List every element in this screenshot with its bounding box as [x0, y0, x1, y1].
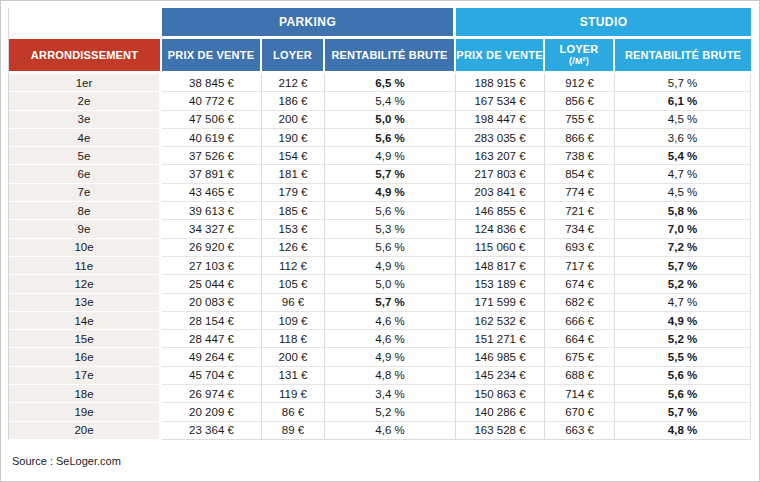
studio-prix-cell: 140 286 €	[456, 403, 545, 421]
studio-prix-cell: 167 534 €	[456, 92, 545, 110]
arrondissement-cell: 12e	[9, 275, 162, 293]
parking-loyer-cell: 185 €	[262, 202, 325, 220]
studio-loyer-cell: 663 €	[545, 422, 615, 440]
source-caption: Source : SeLoger.com	[12, 455, 121, 467]
parking-loyer-cell: 105 €	[262, 275, 325, 293]
arrondissement-cell: 7e	[9, 184, 162, 202]
table-row: 5e 37 526 € 154 € 4,9 % 163 207 € 738 € …	[9, 147, 751, 165]
arrondissement-cell: 15e	[9, 330, 162, 348]
studio-loyer-unit: (/M²)	[569, 56, 589, 66]
studio-loyer-cell: 734 €	[545, 220, 615, 238]
studio-loyer-cell: 664 €	[545, 330, 615, 348]
studio-group-header: STUDIO	[456, 8, 751, 39]
studio-rentabilite-cell: 5,8 %	[615, 202, 751, 220]
parking-prix-cell: 23 364 €	[162, 422, 262, 440]
arrondissement-cell: 6e	[9, 165, 162, 183]
parking-loyer-cell: 212 €	[262, 74, 325, 92]
studio-rentabilite-cell: 4,7 %	[615, 294, 751, 312]
parking-loyer-cell: 181 €	[262, 165, 325, 183]
studio-loyer-cell: 714 €	[545, 385, 615, 403]
studio-prix-cell: 162 532 €	[456, 312, 545, 330]
studio-loyer-cell: 688 €	[545, 367, 615, 385]
studio-loyer-cell: 682 €	[545, 294, 615, 312]
studio-rentabilite-cell: 5,2 %	[615, 275, 751, 293]
studio-prix-cell: 148 817 €	[456, 257, 545, 275]
arrondissement-header: ARRONDISSEMENT	[9, 39, 162, 74]
studio-prix-cell: 171 599 €	[456, 294, 545, 312]
studio-prix-cell: 124 836 €	[456, 220, 545, 238]
parking-prix-cell: 37 526 €	[162, 147, 262, 165]
studio-prix-cell: 146 855 €	[456, 202, 545, 220]
parking-prix-cell: 37 891 €	[162, 165, 262, 183]
parking-loyer-cell: 154 €	[262, 147, 325, 165]
arrondissement-cell: 2e	[9, 92, 162, 110]
arrondissement-cell: 11e	[9, 257, 162, 275]
arrondissement-cell: 4e	[9, 129, 162, 147]
parking-prix-cell: 49 264 €	[162, 348, 262, 366]
studio-prix-cell: 151 271 €	[456, 330, 545, 348]
table-row: 9e 34 327 € 153 € 5,3 % 124 836 € 734 € …	[9, 220, 751, 238]
parking-loyer-header: LOYER	[262, 39, 325, 74]
parking-prix-cell: 43 465 €	[162, 184, 262, 202]
parking-loyer-cell: 179 €	[262, 184, 325, 202]
studio-loyer-cell: 755 €	[545, 111, 615, 129]
table-row: 18e 26 974 € 119 € 3,4 % 150 863 € 714 €…	[9, 385, 751, 403]
table-row: 16e 49 264 € 200 € 4,9 % 146 985 € 675 €…	[9, 348, 751, 366]
studio-prix-cell: 153 189 €	[456, 275, 545, 293]
parking-rentabilite-cell: 5,6 %	[325, 202, 456, 220]
parking-loyer-cell: 186 €	[262, 92, 325, 110]
arrondissement-cell: 9e	[9, 220, 162, 238]
parking-group-header: PARKING	[162, 8, 456, 39]
arrondissement-cell: 5e	[9, 147, 162, 165]
parking-rentabilite-cell: 5,3 %	[325, 220, 456, 238]
studio-prix-cell: 163 207 €	[456, 147, 545, 165]
arrondissement-cell: 14e	[9, 312, 162, 330]
studio-rentabilite-cell: 4,9 %	[615, 312, 751, 330]
arrondissement-cell: 19e	[9, 403, 162, 421]
parking-rentabilite-cell: 5,6 %	[325, 239, 456, 257]
parking-loyer-cell: 126 €	[262, 239, 325, 257]
table-row: 3e 47 506 € 200 € 5,0 % 198 447 € 755 € …	[9, 111, 751, 129]
studio-rentabilite-cell: 4,7 %	[615, 165, 751, 183]
parking-prix-cell: 20 209 €	[162, 403, 262, 421]
table-row: 10e 26 920 € 126 € 5,6 % 115 060 € 693 €…	[9, 239, 751, 257]
studio-prix-cell: 198 447 €	[456, 111, 545, 129]
parking-rentabilite-cell: 4,6 %	[325, 330, 456, 348]
studio-prix-cell: 188 915 €	[456, 74, 545, 92]
rentability-table: PARKING STUDIO ARRONDISSEMENT PRIX DE VE…	[8, 8, 751, 440]
studio-loyer-cell: 912 €	[545, 74, 615, 92]
parking-prix-cell: 27 103 €	[162, 257, 262, 275]
studio-rentabilite-cell: 5,7 %	[615, 257, 751, 275]
studio-loyer-cell: 675 €	[545, 348, 615, 366]
table-row: 19e 20 209 € 86 € 5,2 % 140 286 € 670 € …	[9, 403, 751, 421]
studio-loyer-cell: 666 €	[545, 312, 615, 330]
arrondissement-cell: 17e	[9, 367, 162, 385]
studio-loyer-cell: 774 €	[545, 184, 615, 202]
parking-prix-cell: 25 044 €	[162, 275, 262, 293]
parking-prix-cell: 26 920 €	[162, 239, 262, 257]
parking-loyer-cell: 153 €	[262, 220, 325, 238]
studio-prix-cell: 203 841 €	[456, 184, 545, 202]
group-header-row: PARKING STUDIO	[9, 8, 751, 39]
parking-prix-cell: 45 704 €	[162, 367, 262, 385]
table-row: 13e 20 083 € 96 € 5,7 % 171 599 € 682 € …	[9, 294, 751, 312]
studio-loyer-cell: 856 €	[545, 92, 615, 110]
parking-prix-cell: 40 619 €	[162, 129, 262, 147]
parking-prix-cell: 38 845 €	[162, 74, 262, 92]
arrondissement-cell: 1er	[9, 74, 162, 92]
studio-loyer-cell: 670 €	[545, 403, 615, 421]
studio-loyer-cell: 693 €	[545, 239, 615, 257]
parking-rentabilite-cell: 4,9 %	[325, 147, 456, 165]
studio-rentabilite-cell: 4,5 %	[615, 184, 751, 202]
parking-prix-cell: 34 327 €	[162, 220, 262, 238]
parking-rentabilite-cell: 5,2 %	[325, 403, 456, 421]
parking-rentabilite-cell: 5,7 %	[325, 165, 456, 183]
parking-prix-cell: 47 506 €	[162, 111, 262, 129]
studio-rentabilite-cell: 4,5 %	[615, 111, 751, 129]
studio-rentabilite-cell: 6,1 %	[615, 92, 751, 110]
studio-rentabilite-cell: 5,2 %	[615, 330, 751, 348]
parking-rentabilite-cell: 4,9 %	[325, 348, 456, 366]
column-header-row: ARRONDISSEMENT PRIX DE VENTE LOYER RENTA…	[9, 39, 751, 74]
arrondissement-cell: 3e	[9, 111, 162, 129]
rentability-comparison-table-wrapper: PARKING STUDIO ARRONDISSEMENT PRIX DE VE…	[8, 8, 751, 440]
